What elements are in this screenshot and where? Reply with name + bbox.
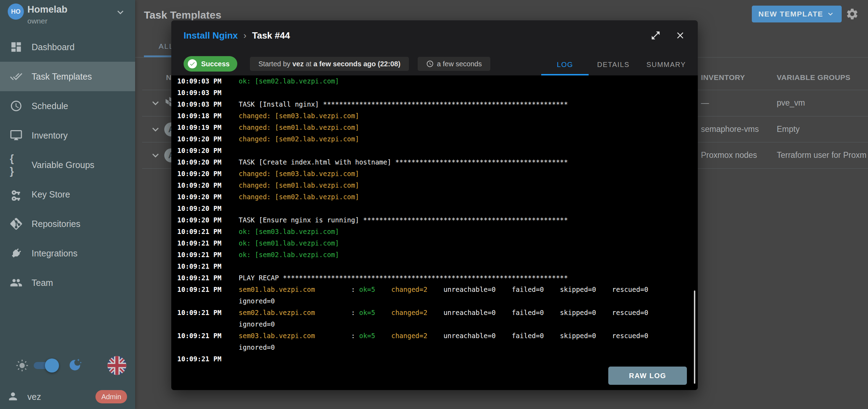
sidebar-item-label: Repositories [32, 219, 80, 229]
person-icon [7, 390, 19, 402]
sidebar-item-schedule[interactable]: Schedule [0, 91, 135, 121]
sidebar-item-variable-groups[interactable]: { }Variable Groups [0, 150, 135, 180]
started-chip: Started by vez at a few seconds ago (22:… [250, 57, 409, 71]
table-header-variable-groups: VARIABLE GROUPS [777, 73, 850, 82]
duration-label: a few seconds [437, 60, 482, 68]
sidebar-item-repositories[interactable]: Repositories [0, 209, 135, 239]
log-timestamp: 10:09:21 PM [177, 330, 239, 342]
new-template-button[interactable]: NEW TEMPLATE [752, 6, 842, 22]
log-timestamp: 10:09:21 PM [177, 261, 239, 272]
double-check-icon [10, 70, 22, 83]
sidebar-item-label: Task Templates [32, 72, 92, 82]
project-selector[interactable]: HO Homelab owner [0, 0, 135, 28]
monitor-icon [10, 129, 22, 142]
log-line: 10:09:21 PM [177, 261, 690, 272]
log-line: 10:09:21 PMok: [sem03.lab.vezpi.com] [177, 226, 690, 237]
log-scrollbar[interactable] [694, 290, 695, 384]
chevron-down-icon [114, 6, 126, 18]
check-circle-icon [188, 59, 197, 68]
sun-icon [16, 359, 28, 372]
expand-icon[interactable] [650, 30, 661, 41]
log-timestamp: 10:09:21 PM [177, 307, 239, 319]
gear-icon[interactable] [846, 7, 859, 21]
project-name: Homelab [27, 4, 67, 15]
cell-inventory: semaphore-vms [701, 125, 759, 134]
sidebar: HO Homelab owner DashboardTask Templates… [0, 0, 135, 409]
duration-chip: a few seconds [418, 57, 490, 71]
log-timestamp: 10:09:21 PM [177, 226, 239, 237]
cell-inventory: Proxmox nodes [701, 150, 757, 160]
log-line: 10:09:20 PMchanged: [sem02.lab.vezpi.com… [177, 191, 690, 203]
log-line: 10:09:03 PMTASK [Install nginx] ********… [177, 99, 690, 110]
sidebar-item-inventory[interactable]: Inventory [0, 121, 135, 150]
sidebar-item-label: Inventory [32, 130, 68, 141]
log-timestamp: 10:09:19 PM [177, 122, 239, 133]
user-name: vez [27, 392, 41, 402]
language-flag-uk[interactable] [107, 356, 126, 375]
log-line: 10:09:20 PM [177, 145, 690, 156]
key-icon [10, 188, 22, 201]
table-header-inventory: INVENTORY [701, 73, 745, 82]
log-timestamp: 10:09:20 PM [177, 203, 239, 214]
log-line: 10:09:21 PMPLAY RECAP ******************… [177, 272, 690, 284]
chevron-down-icon[interactable] [149, 97, 162, 109]
log-timestamp: 10:09:18 PM [177, 110, 239, 122]
tab-log[interactable]: LOG [541, 54, 589, 75]
log-line: 10:09:21 PMok: [sem01.lab.vezpi.com] [177, 237, 690, 249]
log-line: 10:09:21 PM [177, 353, 690, 365]
started-user: vez [292, 60, 304, 68]
new-template-label: NEW TEMPLATE [758, 10, 823, 18]
close-icon[interactable] [675, 30, 685, 41]
dark-mode-toggle-knob[interactable] [45, 358, 59, 373]
log-timestamp: 10:09:20 PM [177, 191, 239, 203]
status-badge: Success [184, 56, 237, 72]
log-line: 10:09:20 PMchanged: [sem02.lab.vezpi.com… [177, 133, 690, 145]
cell-variable-groups: Terraform user for Proxm [777, 150, 867, 160]
project-avatar: HO [8, 4, 24, 20]
log-timestamp: 10:09:03 PM [177, 75, 239, 87]
log-timestamp: 10:09:20 PM [177, 133, 239, 145]
log-line: 10:09:03 PMok: [sem02.lab.vezpi.com] [177, 75, 690, 87]
log-panel: 10:09:03 PMok: [sem02.lab.vezpi.com]10:0… [171, 75, 698, 390]
sidebar-item-label: Variable Groups [32, 160, 94, 170]
log-timestamp: 10:09:21 PM [177, 249, 239, 261]
log-line: 10:09:18 PMchanged: [sem03.lab.vezpi.com… [177, 110, 690, 122]
tab-summary[interactable]: SUMMARY [638, 54, 694, 75]
cell-inventory: — [701, 98, 709, 108]
log-timestamp: 10:09:20 PM [177, 168, 239, 180]
log-line: 10:09:20 PMchanged: [sem01.lab.vezpi.com… [177, 180, 690, 191]
sidebar-item-task-templates[interactable]: Task Templates [0, 62, 135, 91]
clock-icon [426, 60, 434, 68]
log-timestamp: 10:09:21 PM [177, 284, 239, 295]
chevron-down-icon [826, 9, 835, 19]
theme-switcher-row [0, 353, 135, 375]
sidebar-item-dashboard[interactable]: Dashboard [0, 32, 135, 62]
log-line: ignored=0 [177, 295, 690, 307]
moon-icon [68, 358, 82, 372]
sidebar-item-key-store[interactable]: Key Store [0, 180, 135, 209]
raw-log-button[interactable]: RAW LOG [608, 367, 687, 385]
dashboard-icon [10, 41, 22, 53]
clock-icon [10, 100, 22, 112]
log-line: 10:09:20 PMchanged: [sem03.lab.vezpi.com… [177, 168, 690, 180]
template-link[interactable]: Install Nginx [184, 30, 238, 41]
log-timestamp: 10:09:21 PM [177, 353, 239, 365]
tab-details[interactable]: DETAILS [589, 54, 638, 75]
status-label: Success [201, 60, 230, 68]
log-timestamp: 10:09:03 PM [177, 87, 239, 99]
git-icon [10, 217, 22, 230]
user-row[interactable]: vez Admin [0, 388, 135, 407]
people-icon [10, 276, 22, 289]
sidebar-menu: DashboardTask TemplatesScheduleInventory… [0, 32, 135, 297]
log-line: ignored=0 [177, 342, 690, 353]
page-title: Task Templates [144, 9, 221, 21]
log-line: 10:09:21 PMsem02.lab.vezpi.com : ok=5 ch… [177, 307, 690, 319]
task-dialog: Install Nginx › Task #44 Success Started… [171, 20, 698, 390]
braces-icon: { } [10, 159, 22, 171]
sidebar-item-team[interactable]: Team [0, 268, 135, 297]
table-header-name-partial: N [166, 73, 172, 82]
chevron-down-icon[interactable] [149, 149, 162, 162]
chevron-down-icon[interactable] [149, 123, 162, 136]
sidebar-item-integrations[interactable]: Integrations [0, 239, 135, 268]
log-lines: 10:09:03 PMok: [sem02.lab.vezpi.com]10:0… [177, 75, 690, 365]
